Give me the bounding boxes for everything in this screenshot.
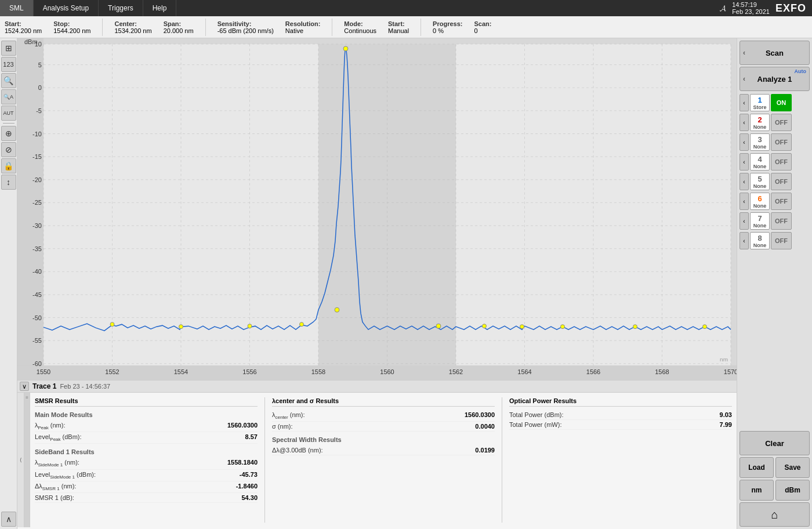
toolbar-btn-zoom-all[interactable]: 🔍A [1,89,16,104]
smsr1-value: 54.30 [241,494,258,501]
trace-arrow-4[interactable]: ‹ [740,153,749,171]
svg-text:-35: -35 [32,245,42,252]
clear-button[interactable]: Clear [740,431,810,455]
results-body: ⟨ ≡ SMSR Results Main Mode Results λPeak… [17,393,737,527]
center-value: 1534.200 nm [114,27,151,34]
svg-point-61 [335,307,339,312]
svg-text:1552: 1552 [105,368,119,375]
scan-value: 0 [474,27,491,34]
trace-arrow-6[interactable]: ‹ [740,193,749,210]
lambda-center-label: λcenter (nm): [272,411,304,420]
trace-toggle-5[interactable]: OFF [771,173,792,190]
svg-text:5: 5 [38,61,42,68]
toolbar-btn-zoom[interactable]: 🔍 [1,73,16,88]
sigma-row: σ (nm): 0.0040 [272,422,495,432]
delta-lambda3db-label: Δλ@3.00dB (nm): [272,447,323,454]
sensitivity-value: -65 dBm (200 nm/s) [217,27,274,34]
svg-text:1560: 1560 [380,368,394,375]
dbm-button[interactable]: dBm [775,480,810,501]
start-label: Start: [5,20,42,27]
toolbar-btn-marker[interactable]: ⊘ [1,142,16,157]
results-header-row: ∨ Trace 1 Feb 23 - 14:56:37 [17,381,737,393]
trace-row-4: ‹4NoneOFF [740,152,810,172]
svg-text:-20: -20 [32,176,42,183]
drag-handle[interactable]: ≡ [24,393,30,527]
trace-arrow-1[interactable]: ‹ [740,94,749,111]
svg-text:1570: 1570 [724,368,737,375]
trace-row-3: ‹3NoneOFF [740,132,810,152]
home-button[interactable]: ⌂ [740,502,810,527]
svg-text:-5: -5 [36,107,42,114]
trace-arrow-7[interactable]: ‹ [740,212,749,230]
progress-label: Progress: [433,20,462,27]
lambda-sidemode-row: λSideMode 1 (nm): 1558.1840 [35,458,258,469]
scan-button[interactable]: ‹ Scan [740,41,810,65]
divider2 [205,19,206,36]
trace-toggle-7[interactable]: OFF [771,212,792,230]
trace-num-6: 6None [750,193,770,210]
menu-sml[interactable]: SML [0,0,34,16]
trace-arrow-3[interactable]: ‹ [740,133,749,151]
trace-arrow-2[interactable]: ‹ [740,114,749,131]
menu-analysis-setup[interactable]: Analysis Setup [34,0,99,16]
expand-arrow[interactable]: ⟨ [17,393,24,527]
scan-info: Scan: 0 [474,20,491,34]
save-button[interactable]: Save [775,457,810,478]
analyze-button[interactable]: ‹ Analyze 1 Auto [740,67,810,91]
start2-label: Start: [388,20,409,27]
svg-text:1568: 1568 [655,368,669,375]
smsr1-label: SMSR 1 (dB): [35,494,74,501]
trace-num-8: 8None [750,232,770,249]
trace-toggle-6[interactable]: OFF [771,193,792,210]
progress-value: 0 % [433,27,462,34]
trace-row-8: ‹8NoneOFF [740,231,810,251]
logo-icon: 𝓐 [720,3,726,13]
level-peak-label: LevelPeak (dBm): [35,433,82,442]
toolbar-btn-lock[interactable]: 🔒 [1,158,16,173]
svg-text:1550: 1550 [37,368,50,375]
sigma-label: σ (nm): [272,423,293,430]
smsr-title: SMSR Results [35,397,258,407]
trace-toggle-8[interactable]: OFF [771,232,792,249]
trace-toggle-3[interactable]: OFF [771,133,792,151]
toolbar-bottom: ∧ [1,512,16,527]
center-content: 10 5 0 -5 -10 -15 -20 -25 -30 -35 -40 -4… [17,38,737,529]
svg-point-62 [436,324,441,328]
nm-button[interactable]: nm [740,480,774,501]
trace-toggle-4[interactable]: OFF [771,153,792,171]
toolbar-btn-1[interactable]: ⊞ [1,41,16,56]
span-label: Span: [164,20,194,27]
toolbar-btn-cursor[interactable]: ⊕ [1,126,16,141]
collapse-btn[interactable]: ∨ [20,382,29,391]
toolbar-btn-2[interactable]: 123 [1,57,16,72]
menu-help[interactable]: Help [143,0,177,16]
trace-arrow-8[interactable]: ‹ [740,232,749,249]
svg-text:-55: -55 [32,337,42,344]
toolbar-btn-auto[interactable]: AUT [1,106,16,121]
trace-arrow-5[interactable]: ‹ [740,173,749,190]
toolbar-btn-collapse[interactable]: ∧ [1,512,16,527]
trace-num-2: 2None [750,114,770,131]
level-peak-row: LevelPeak (dBm): 8.57 [35,432,258,444]
svg-point-60 [343,46,348,51]
trace-num-3: 3None [750,133,770,151]
svg-point-67 [483,324,487,328]
svg-point-66 [300,323,304,327]
load-button[interactable]: Load [740,457,774,478]
toolbar-btn-arrow[interactable]: ↕ [1,175,16,190]
sigma-value: 0.0040 [475,423,495,430]
auto-label: Auto [795,68,807,74]
scan-label: Scan [766,49,784,57]
trace-toggle-2[interactable]: OFF [771,114,792,131]
graph-area[interactable]: 10 5 0 -5 -10 -15 -20 -25 -30 -35 -40 -4… [17,38,737,381]
svg-text:nm: nm [720,356,728,363]
trace-title: Trace 1 [32,382,56,390]
trace-row-5: ‹5NoneOFF [740,172,810,191]
svg-text:-50: -50 [32,314,42,321]
svg-text:0: 0 [38,84,42,91]
trace-toggle-1[interactable]: ON [771,94,792,111]
menu-triggers[interactable]: Triggers [99,0,143,16]
right-panel: ‹ Scan ‹ Analyze 1 Auto ‹1StoreON‹2NoneO… [737,38,812,529]
center-label: Center: [114,20,151,27]
spectral-title: Spectral Width Results [272,436,495,443]
